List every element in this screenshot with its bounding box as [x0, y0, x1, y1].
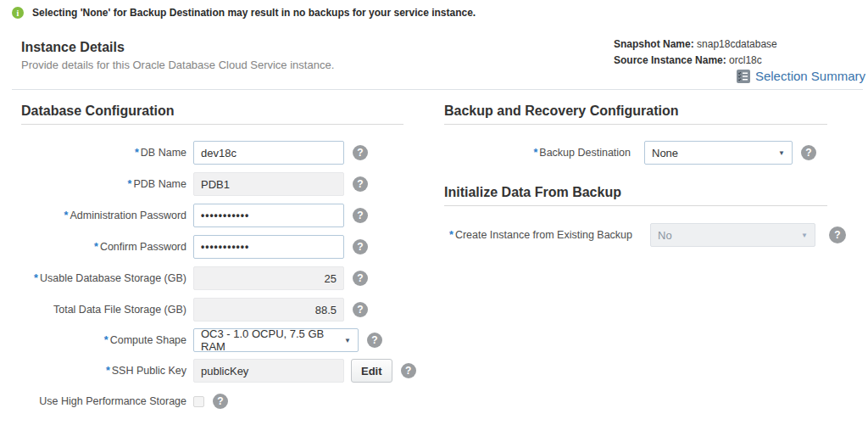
confirm-password-label: *Confirm Password: [21, 241, 193, 253]
backup-destination-select[interactable]: None ▼: [644, 141, 793, 165]
source-instance-value: orcl18c: [729, 54, 762, 66]
db-name-help-icon[interactable]: ?: [353, 145, 368, 160]
row-compute-shape: *Compute Shape OC3 - 1.0 OCPU, 7.5 GB RA…: [21, 328, 382, 352]
compute-shape-selected-value: OC3 - 1.0 OCPU, 7.5 GB RAM: [201, 327, 339, 353]
admin-password-label: *Administration Password: [21, 210, 193, 221]
pdb-name-label: *PDB Name: [21, 178, 193, 190]
create-from-backup-selected-value: No: [658, 229, 672, 242]
required-marker: *: [106, 365, 110, 377]
selection-summary-link[interactable]: Selection Summary: [737, 69, 865, 83]
section-title-database-configuration: Database Configuration: [21, 103, 174, 119]
selection-summary-label: Selection Summary: [755, 69, 865, 83]
usable-storage-input: 25: [193, 266, 344, 290]
snapshot-name-line: Snapshot Name: snap18cdatabase: [614, 36, 777, 53]
instance-meta: Snapshot Name: snap18cdatabase Source In…: [614, 36, 777, 69]
row-admin-password: *Administration Password ?: [21, 204, 368, 227]
row-total-storage: Total Data File Storage (GB) 88.5 ?: [21, 298, 368, 322]
section-title-initialize-data: Initialize Data From Backup: [444, 185, 621, 200]
required-marker: *: [64, 210, 69, 221]
ssh-key-edit-button[interactable]: Edit: [351, 359, 392, 383]
chevron-down-icon: ▼: [344, 337, 351, 344]
source-instance-label: Source Instance Name:: [614, 54, 726, 66]
create-from-backup-help-icon[interactable]: ?: [829, 226, 846, 243]
row-backup-destination: *Backup Destination None ▼ ?: [444, 141, 816, 165]
row-confirm-password: *Confirm Password ?: [21, 235, 368, 259]
create-from-backup-select: No ▼: [650, 223, 815, 247]
page-subtitle: Provide details for this Oracle Database…: [21, 59, 334, 71]
section-title-backup-recovery: Backup and Recovery Configuration: [444, 103, 679, 119]
section-rule-initialize: [444, 205, 827, 206]
section-rule-backup: [444, 124, 827, 125]
create-from-backup-label: *Create Instance from Existing Backup: [444, 229, 639, 241]
db-name-input[interactable]: [193, 141, 344, 165]
required-marker: *: [449, 229, 453, 241]
backup-destination-selected-value: None: [652, 147, 678, 159]
required-marker: *: [128, 178, 132, 190]
usable-storage-label: *Usable Database Storage (GB): [21, 272, 193, 284]
chevron-down-icon: ▼: [801, 232, 808, 239]
high-performance-storage-label: Use High Performance Storage: [21, 395, 193, 407]
usable-storage-help-icon[interactable]: ?: [353, 271, 368, 286]
page-title: Instance Details: [21, 40, 125, 55]
confirm-password-input[interactable]: [193, 235, 344, 259]
info-banner: i Selecting 'None' for Backup Destinatio…: [12, 7, 476, 19]
ssh-key-input: publicKey: [193, 359, 344, 383]
admin-password-input[interactable]: [193, 204, 344, 227]
high-performance-storage-help-icon[interactable]: ?: [213, 394, 228, 409]
required-marker: *: [533, 147, 537, 159]
required-marker: *: [34, 272, 38, 284]
required-marker: *: [135, 147, 139, 159]
source-instance-line: Source Instance Name: orcl18c: [614, 53, 777, 69]
backup-destination-label: *Backup Destination: [444, 147, 637, 159]
snapshot-name-value: snap18cdatabase: [697, 38, 777, 50]
backup-destination-help-icon[interactable]: ?: [801, 145, 816, 160]
ssh-key-label: *SSH Public Key: [21, 365, 193, 377]
compute-shape-help-icon[interactable]: ?: [367, 333, 382, 348]
chevron-down-icon: ▼: [778, 149, 785, 157]
high-performance-storage-checkbox[interactable]: [193, 396, 204, 407]
db-name-label: *DB Name: [21, 147, 193, 159]
ssh-key-help-icon[interactable]: ?: [401, 363, 416, 378]
info-icon: i: [12, 7, 24, 19]
header-divider: [12, 89, 863, 90]
row-usable-storage: *Usable Database Storage (GB) 25 ?: [21, 266, 368, 290]
compute-shape-label: *Compute Shape: [21, 334, 193, 346]
total-storage-input: 88.5: [193, 298, 344, 322]
row-db-name: *DB Name ?: [21, 141, 368, 165]
admin-password-help-icon[interactable]: ?: [353, 208, 368, 223]
row-create-from-backup: *Create Instance from Existing Backup No…: [444, 223, 846, 247]
pdb-name-input: PDB1: [193, 172, 344, 196]
row-high-performance-storage: Use High Performance Storage ?: [21, 389, 228, 413]
required-marker: *: [94, 241, 98, 253]
required-marker: *: [104, 334, 108, 346]
selection-summary-icon: [737, 70, 750, 83]
total-storage-help-icon[interactable]: ?: [353, 302, 368, 317]
info-banner-text: Selecting 'None' for Backup Destination …: [32, 7, 476, 19]
confirm-password-help-icon[interactable]: ?: [353, 239, 368, 254]
compute-shape-select[interactable]: OC3 - 1.0 OCPU, 7.5 GB RAM ▼: [193, 328, 359, 352]
row-ssh-key: *SSH Public Key publicKey Edit ?: [21, 359, 416, 383]
snapshot-name-label: Snapshot Name:: [614, 38, 694, 50]
total-storage-label: Total Data File Storage (GB): [21, 304, 193, 316]
row-pdb-name: *PDB Name PDB1 ?: [21, 172, 368, 196]
section-rule-database: [21, 124, 403, 125]
pdb-name-help-icon[interactable]: ?: [353, 176, 368, 192]
